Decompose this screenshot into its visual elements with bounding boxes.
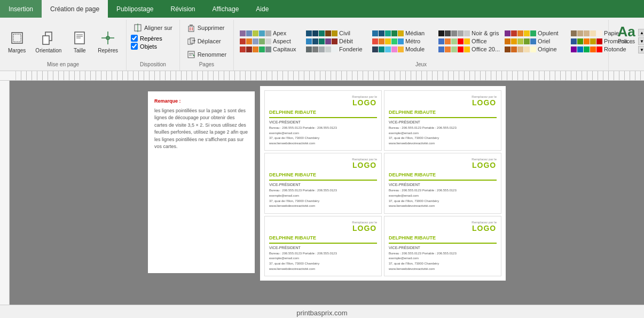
status-bar: printbasprix.com <box>0 305 644 318</box>
business-card: Remplacez par le LOGO DELPHINE RIBAUTE V… <box>384 216 501 276</box>
theme-item-fonderie[interactable]: Fonderie <box>304 45 370 53</box>
card-title: VICE-PRÉSIDENT <box>389 120 497 124</box>
orientation-label: Orientation <box>35 48 61 53</box>
business-card: Remplacez par le LOGO DELPHINE RIBAUTE V… <box>384 90 501 151</box>
logo-area: Remplacez par le LOGO <box>389 158 497 170</box>
card-name: DELPHINE RIBAUTE <box>389 235 497 241</box>
theme-name: Module <box>405 46 435 52</box>
theme-item-capitaux[interactable]: Capitaux <box>238 45 304 53</box>
disposition-label: Disposition <box>140 60 166 68</box>
check-objets[interactable]: Objets <box>131 43 162 50</box>
theme-item-origine[interactable]: Origine <box>503 45 569 53</box>
btn-polices[interactable]: Aa Polices <box>613 22 640 47</box>
taille-label: Taille <box>74 48 86 53</box>
theme-name: Office 20... <box>472 46 501 52</box>
reperes-checkbox[interactable] <box>131 35 138 42</box>
btn-aligner-sur[interactable]: Aligner sur <box>131 22 175 34</box>
theme-item-oriel[interactable]: Oriel <box>503 37 569 45</box>
document-scroll[interactable]: Remarque : les lignes pointillées sur la… <box>10 81 644 305</box>
aligner-sur-label: Aligner sur <box>144 25 172 31</box>
note-panel: Remarque : les lignes pointillées sur la… <box>148 91 255 273</box>
logo-text: LOGO <box>352 98 377 107</box>
tab-aide[interactable]: Aide <box>247 0 277 18</box>
marges-icon <box>9 29 26 46</box>
logo-placeholder: Remplacez par le LOGO <box>352 158 377 169</box>
polices-icon: Aa <box>617 25 635 38</box>
ruler-corner <box>0 71 16 81</box>
business-card: Remplacez par le LOGO DELPHINE RIBAUTE V… <box>384 153 501 213</box>
theme-item-métro[interactable]: Métro <box>371 37 436 45</box>
btn-renommer[interactable]: Renommer <box>184 49 229 60</box>
card-line <box>389 180 497 181</box>
deplacer-icon <box>187 37 195 45</box>
deplacer-label: Déplacer <box>198 38 221 44</box>
tab-revision[interactable]: Révision <box>162 0 204 18</box>
btn-marges[interactable]: Marges <box>4 27 29 56</box>
theme-item-aspect[interactable]: Aspect <box>238 37 304 45</box>
orientation-icon <box>40 29 57 46</box>
ruler-ticks-h <box>16 71 644 80</box>
svg-marker-20 <box>194 40 195 42</box>
ruler-horizontal <box>0 71 644 81</box>
theme-item-noir-&-gris[interactable]: Noir & gris <box>437 29 502 37</box>
card-info: Bureau : 206.555.0123 Portable : 206.555… <box>269 126 377 146</box>
card-title: VICE-PRÉSIDENT <box>269 120 377 124</box>
tab-creation[interactable]: Création de page <box>42 0 108 18</box>
btn-taille[interactable]: Taille <box>67 27 92 56</box>
logo-text: LOGO <box>352 224 377 232</box>
card-info: Bureau : 206.555.0123 Portable : 206.555… <box>389 188 497 208</box>
theme-name: Aspect <box>273 38 302 44</box>
logo-placeholder: Remplacez par le LOGO <box>472 158 497 169</box>
card-info: Bureau : 206.555.0123 Portable : 206.555… <box>269 251 377 272</box>
document-area: Remarque : les lignes pointillées sur la… <box>0 81 644 305</box>
btn-deplacer[interactable]: Déplacer <box>184 35 224 47</box>
theme-item-office[interactable]: Office <box>437 37 502 45</box>
note-title: Remarque : <box>154 98 248 105</box>
logo-placeholder: Remplacez par le LOGO <box>472 95 497 107</box>
logo-text: LOGO <box>472 98 497 107</box>
theme-name: Noir & gris <box>472 30 501 36</box>
theme-item-médian[interactable]: Médian <box>371 29 436 37</box>
card-name: DELPHINE RIBAUTE <box>269 110 377 115</box>
theme-item-débit[interactable]: Débit <box>304 37 370 45</box>
card-line <box>389 243 497 244</box>
tab-publipostage[interactable]: Publipostage <box>108 0 162 18</box>
card-info: Bureau : 206.555.0123 Portable : 206.555… <box>389 251 497 272</box>
check-reperes[interactable]: Repères <box>131 35 162 42</box>
card-title: VICE-PRÉSIDENT <box>389 183 497 187</box>
reperes-icon <box>99 29 116 46</box>
theme-item-civil[interactable]: Civil <box>304 29 370 37</box>
theme-item-opulent[interactable]: Opulent <box>503 29 569 37</box>
logo-area: Remplacez par le LOGO <box>269 221 377 234</box>
objets-checkbox[interactable] <box>131 43 138 50</box>
polices-label: Polices <box>618 38 635 44</box>
theme-item-office-20...[interactable]: Office 20... <box>437 45 502 53</box>
ribbon-tabs: Insertion Création de page Publipostage … <box>0 0 644 18</box>
supprimer-label: Supprimer <box>198 25 225 31</box>
tab-insertion[interactable]: Insertion <box>0 0 42 18</box>
card-line <box>269 180 377 181</box>
pages-label: Pages <box>199 60 214 68</box>
renommer-label: Renommer <box>198 51 226 58</box>
theme-item-apex[interactable]: Apex <box>238 29 304 37</box>
reperes-check-label: Repères <box>140 35 162 42</box>
theme-name: Opulent <box>538 30 567 36</box>
reperes-label: Repères <box>98 48 118 53</box>
mise-en-page-buttons: Marges Orientation <box>4 22 122 60</box>
theme-item-module[interactable]: Module <box>371 45 436 53</box>
business-card: Remplacez par le LOGO DELPHINE RIBAUTE V… <box>264 216 382 276</box>
ruler-vertical <box>0 81 10 305</box>
theme-name: Fonderie <box>339 46 368 52</box>
theme-name: Origine <box>538 46 567 52</box>
svg-rect-13 <box>189 26 194 32</box>
logo-placeholder: Remplacez par le LOGO <box>472 221 497 232</box>
btn-supprimer[interactable]: Supprimer <box>184 22 227 34</box>
btn-orientation[interactable]: Orientation <box>32 27 65 56</box>
card-title: VICE-PRÉSIDENT <box>389 246 497 250</box>
business-card: Remplacez par le LOGO DELPHINE RIBAUTE V… <box>264 153 382 213</box>
card-title: VICE-PRÉSIDENT <box>269 183 377 187</box>
renommer-icon <box>187 50 195 59</box>
btn-reperes[interactable]: Repères <box>94 27 122 56</box>
tab-affichage[interactable]: Affichage <box>204 0 248 18</box>
card-line <box>269 243 377 244</box>
